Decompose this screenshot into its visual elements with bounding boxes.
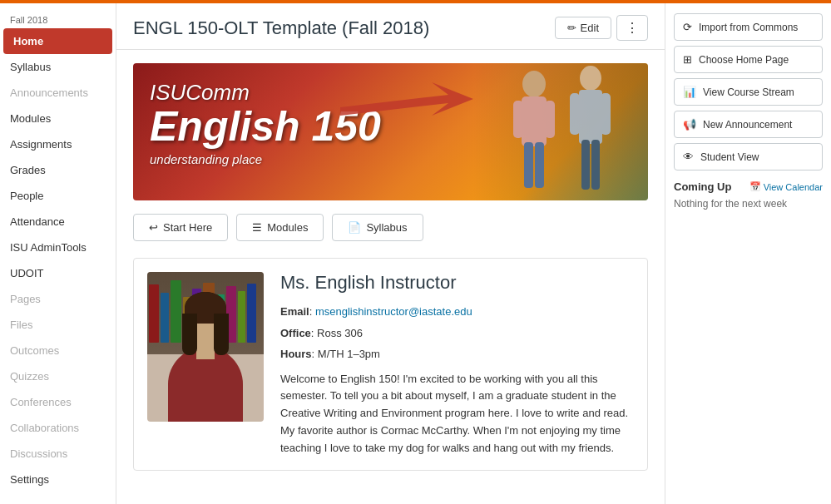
right-buttons: ⟳Import from Commons⊞Choose Home Page📊Vi… xyxy=(674,13,823,170)
calendar-icon: 📅 xyxy=(749,181,761,192)
svg-point-0 xyxy=(522,71,546,97)
email-value[interactable]: msenglishinstructor@iastate.edu xyxy=(315,305,472,318)
sidebar-item-isu-admintools[interactable]: ISU AdminTools xyxy=(0,235,116,260)
coming-up-section: Coming Up 📅 View Calendar Nothing for th… xyxy=(674,180,823,210)
office-value: Ross 306 xyxy=(317,327,363,339)
quick-nav: ↩Start Here☰Modules📄Syllabus xyxy=(133,214,648,241)
coming-up-empty: Nothing for the next week xyxy=(674,198,823,210)
sidebar-item-conferences: Conferences xyxy=(0,389,116,415)
svg-rect-10 xyxy=(581,140,590,190)
instructor-avatar xyxy=(147,272,264,422)
page-body: ENGL 150-OLT Template (Fall 2018) ✏ Edit… xyxy=(116,3,831,504)
view-course-stream-icon: 📊 xyxy=(683,86,696,98)
svg-rect-4 xyxy=(524,142,533,188)
svg-rect-5 xyxy=(535,142,544,188)
quick-btn-modules[interactable]: ☰Modules xyxy=(236,214,324,241)
sidebar-item-attendance[interactable]: Attendance xyxy=(0,209,116,235)
hero-arrow-svg xyxy=(332,78,482,124)
svg-rect-1 xyxy=(522,96,547,146)
header-actions: ✏ Edit ⋮ xyxy=(555,15,648,41)
sidebar-item-pages: Pages xyxy=(0,286,116,312)
email-label: Email xyxy=(280,305,309,318)
right-sidebar: ⟳Import from Commons⊞Choose Home Page📊Vi… xyxy=(665,3,831,504)
right-btn-choose-home[interactable]: ⊞Choose Home Page xyxy=(674,46,823,73)
svg-rect-11 xyxy=(591,140,600,190)
start-here-icon: ↩ xyxy=(149,221,158,234)
sidebar-nav: HomeSyllabusAnnouncementsModulesAssignme… xyxy=(0,28,116,492)
sidebar-item-outcomes: Outcomes xyxy=(0,338,116,363)
svg-rect-2 xyxy=(513,101,523,138)
svg-rect-3 xyxy=(545,101,555,138)
choose-home-icon: ⊞ xyxy=(683,53,692,66)
sidebar-item-people[interactable]: People xyxy=(0,183,116,209)
svg-rect-7 xyxy=(579,90,602,144)
sidebar-item-collaborations: Collaborations xyxy=(0,415,116,441)
svg-rect-8 xyxy=(570,93,580,135)
email-row: Email: msenglishinstructor@iastate.edu xyxy=(280,304,634,320)
edit-icon: ✏ xyxy=(567,22,576,34)
office-row: Office: Ross 306 xyxy=(280,325,634,342)
sidebar-item-assignments[interactable]: Assignments xyxy=(0,131,116,157)
sidebar-item-settings[interactable]: Settings xyxy=(0,467,116,492)
coming-up-header: Coming Up 📅 View Calendar xyxy=(674,180,823,193)
new-announcement-icon: 📢 xyxy=(683,118,696,131)
page-header: ENGL 150-OLT Template (Fall 2018) ✏ Edit… xyxy=(116,3,665,50)
instructor-bio: Welcome to English 150! I'm excited to b… xyxy=(280,371,634,457)
hero-subtitle: understanding place xyxy=(150,152,381,166)
course-label: Fall 2018 xyxy=(0,10,116,28)
view-calendar-label: View Calendar xyxy=(764,182,823,192)
edit-label: Edit xyxy=(581,22,599,34)
edit-button[interactable]: ✏ Edit xyxy=(555,17,611,39)
right-btn-view-course-stream[interactable]: 📊View Course Stream xyxy=(674,78,823,106)
view-calendar-link[interactable]: 📅 View Calendar xyxy=(749,181,823,192)
page-title: ENGL 150-OLT Template (Fall 2018) xyxy=(133,17,429,39)
content-area: ENGL 150-OLT Template (Fall 2018) ✏ Edit… xyxy=(116,3,665,504)
sidebar-item-quizzes: Quizzes xyxy=(0,363,116,389)
sidebar-item-grades[interactable]: Grades xyxy=(0,157,116,183)
sidebar-item-syllabus[interactable]: Syllabus xyxy=(0,54,116,80)
hours-label: Hours xyxy=(280,348,312,360)
right-btn-student-view[interactable]: 👁Student View xyxy=(674,143,823,170)
instructor-section: Ms. English Instructor Email: msenglishi… xyxy=(133,258,648,471)
import-commons-icon: ⟳ xyxy=(683,21,692,33)
quick-btn-syllabus[interactable]: 📄Syllabus xyxy=(332,214,423,241)
sidebar: Fall 2018 HomeSyllabusAnnouncementsModul… xyxy=(0,3,116,504)
right-btn-new-announcement[interactable]: 📢New Announcement xyxy=(674,111,823,138)
sidebar-item-modules[interactable]: Modules xyxy=(0,106,116,131)
sidebar-item-files: Files xyxy=(0,312,116,338)
svg-point-6 xyxy=(580,66,601,91)
instructor-info: Ms. English Instructor Email: msenglishi… xyxy=(280,272,634,457)
person1-silhouette xyxy=(501,67,567,200)
hero-people-area xyxy=(473,63,648,200)
hours-row: Hours: M/TH 1–3pm xyxy=(280,346,634,363)
main-layout: Fall 2018 HomeSyllabusAnnouncementsModul… xyxy=(0,3,831,504)
quick-btn-start-here[interactable]: ↩Start Here xyxy=(133,214,228,241)
hours-value: M/TH 1–3pm xyxy=(318,348,380,360)
sidebar-item-announcements: Announcements xyxy=(0,80,116,106)
modules-icon: ☰ xyxy=(252,221,262,234)
svg-rect-9 xyxy=(601,93,611,135)
instructor-name: Ms. English Instructor xyxy=(280,272,634,294)
right-btn-import-commons[interactable]: ⟳Import from Commons xyxy=(674,13,823,41)
hero-banner: ISUComm English 150 understanding place xyxy=(133,63,648,200)
more-options-button[interactable]: ⋮ xyxy=(616,15,648,41)
sidebar-item-home[interactable]: Home xyxy=(3,28,112,54)
main-content: ISUComm English 150 understanding place xyxy=(116,50,665,504)
office-label: Office xyxy=(280,327,311,339)
syllabus-icon: 📄 xyxy=(348,221,361,234)
person2-silhouette xyxy=(559,63,621,200)
sidebar-item-udoit[interactable]: UDOIT xyxy=(0,260,116,286)
coming-up-title: Coming Up xyxy=(674,180,731,193)
sidebar-item-discussions: Discussions xyxy=(0,441,116,467)
student-view-icon: 👁 xyxy=(683,151,694,163)
